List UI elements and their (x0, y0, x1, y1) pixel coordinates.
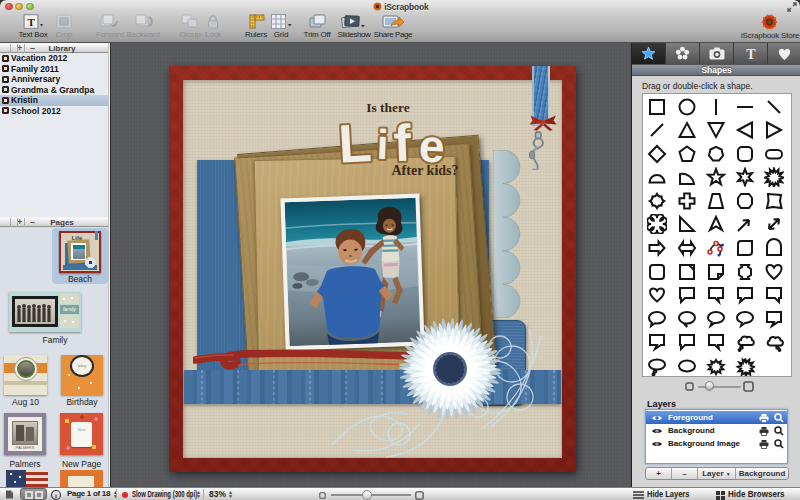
svg-text:T: T (27, 16, 35, 28)
svg-text:i: i (376, 121, 389, 168)
svg-text:i: i (55, 491, 57, 499)
svg-text:T: T (746, 47, 756, 61)
